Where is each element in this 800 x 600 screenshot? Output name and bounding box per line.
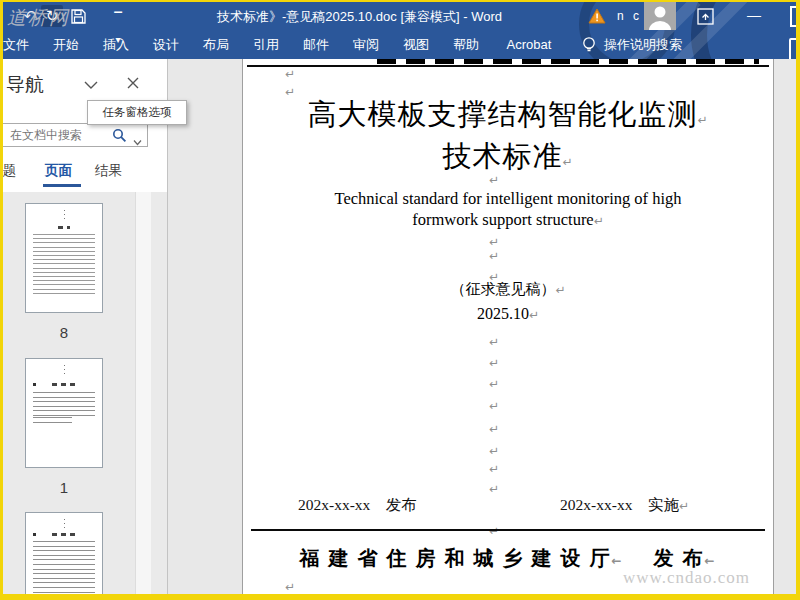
ribbon-tab-home[interactable]: 开始 (41, 30, 91, 59)
warning-icon[interactable] (588, 8, 606, 28)
frame-border (796, 0, 800, 600)
pilcrow-mark: ↵ (489, 463, 499, 475)
pilcrow-mark: ↵ (489, 400, 499, 412)
search-input[interactable] (3, 125, 110, 145)
page-thumbnail[interactable] (25, 512, 103, 594)
document-english-title[interactable]: Technical standard for intelligent monit… (243, 188, 773, 232)
document-title: 技术标准》-意见稿2025.10.doc [兼容模式] - Word (123, 8, 596, 26)
search-options-chevron-icon[interactable] (133, 132, 142, 150)
tell-me-search[interactable]: 操作说明搜索 (581, 30, 682, 59)
close-icon[interactable] (125, 75, 149, 99)
ribbon-tab-help[interactable]: 帮助 (441, 30, 491, 59)
ribbon-tab-references[interactable]: 引用 (241, 30, 291, 59)
pilcrow-mark: ↵ (285, 581, 295, 593)
nav-tab-headings[interactable]: 标题 (3, 162, 16, 180)
page-thumbnail[interactable] (25, 358, 103, 468)
navigation-pane: 导航 标题 页面 结果 8 (3, 59, 168, 594)
ribbon-tab-acrobat[interactable]: Acrobat (491, 30, 567, 59)
ribbon-tab-view[interactable]: 视图 (391, 30, 441, 59)
pilcrow-mark: ↵ (489, 423, 499, 435)
pilcrow-mark: ↵ (489, 445, 499, 457)
heading-underline (247, 65, 769, 67)
navigation-pane-title: 导航 (6, 72, 44, 98)
frame-border (0, 0, 3, 600)
pilcrow-mark: ↵ (489, 357, 499, 369)
nav-tab-pages[interactable]: 页面 (45, 162, 72, 180)
ribbon-right-button[interactable] (789, 38, 796, 59)
pilcrow-mark: ↵ (489, 236, 499, 248)
thumbnail-scrollbar[interactable] (135, 192, 151, 594)
avatar[interactable] (644, 2, 676, 30)
minimize-icon[interactable]: — (741, 5, 767, 27)
chevron-down-icon[interactable] (83, 77, 107, 101)
watermark-top-left: 道桥网 (7, 5, 70, 31)
ribbon-tab-review[interactable]: 审阅 (341, 30, 391, 59)
task-pane-options-tooltip: 任务窗格选项 (87, 100, 187, 125)
release-implement-row[interactable]: 202x-xx-xx 发布 202x-xx-xx 实施↵ (298, 495, 689, 516)
pilcrow-mark: ↵ (285, 68, 295, 80)
pilcrow-mark: ↵ (489, 483, 499, 495)
page-thumbnail[interactable] (25, 203, 103, 313)
implement-date-label: 202x-xx-xx 实施↵ (560, 495, 689, 516)
draft-status-line[interactable]: （征求意见稿）↵ (243, 280, 773, 299)
frame-border (0, 0, 800, 2)
search-icon[interactable] (112, 128, 127, 147)
ribbon-tab-mailings[interactable]: 邮件 (291, 30, 341, 59)
clipped-heading-remnant (377, 59, 759, 64)
active-tab-underline (43, 184, 81, 187)
thumbnail-page-number: 1 (25, 479, 103, 496)
pilcrow-mark: ↵ (489, 525, 499, 537)
lightbulb-icon (581, 36, 597, 54)
document-search-box[interactable] (3, 123, 148, 147)
pilcrow-mark: ↵ (489, 378, 499, 390)
ribbon-tab-row: 文件开始插入设计布局引用邮件审阅视图帮助Acrobat (3, 30, 567, 59)
pilcrow-mark: ↵ (489, 336, 499, 348)
footer-rule (251, 529, 765, 531)
document-page[interactable]: ↵↵↵ ↵↵↵↵↵↵↵↵↵↵↵↵↵ 高大模板支撑结构智能化监测↵ 技术标准↵ T… (242, 59, 774, 594)
ribbon-tab-file[interactable]: 文件 (3, 30, 41, 59)
ribbon-tab-insert[interactable]: 插入 (91, 30, 141, 59)
nav-tab-results[interactable]: 结果 (95, 162, 122, 180)
ribbon-tab-layout[interactable]: 布局 (191, 30, 241, 59)
save-icon[interactable] (67, 8, 89, 30)
release-date-label: 202x-xx-xx 发布 (298, 495, 417, 516)
document-main-title-line1[interactable]: 高大模板支撑结构智能化监测↵ (243, 95, 773, 135)
title-bar-and-ribbon: ↶ ↻ ▔▾ 技术标准》-意见稿2025.10.doc [兼容模式] - Wor… (3, 2, 796, 59)
draft-date-line[interactable]: 2025.10↵ (243, 305, 773, 323)
account-initials[interactable]: n c (617, 9, 642, 23)
frame-border (0, 594, 800, 600)
ribbon-tab-design[interactable]: 设计 (141, 30, 191, 59)
tell-me-label: 操作说明搜索 (604, 36, 682, 54)
ribbon-display-options-icon[interactable] (697, 8, 714, 29)
page-thumbnail-list: 8 1 (3, 192, 167, 594)
document-main-title-line2[interactable]: 技术标准↵ (243, 137, 773, 177)
pilcrow-mark: ↵ (489, 250, 499, 262)
thumbnail-page-number: 8 (25, 324, 103, 341)
title-bar: ↶ ↻ ▔▾ 技术标准》-意见稿2025.10.doc [兼容模式] - Wor… (3, 2, 796, 30)
watermark-bottom-right: www.cndao.com (623, 568, 750, 588)
word-application-window: ↶ ↻ ▔▾ 技术标准》-意见稿2025.10.doc [兼容模式] - Wor… (0, 0, 800, 600)
